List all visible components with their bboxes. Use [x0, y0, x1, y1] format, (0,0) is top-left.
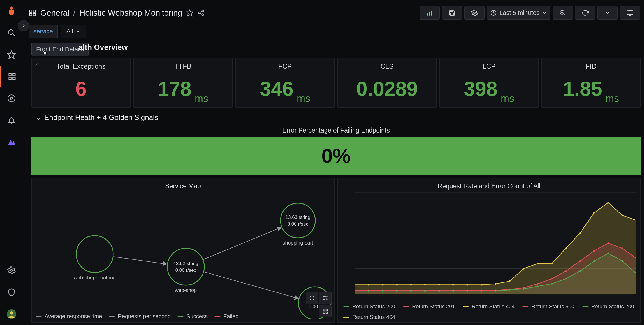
chart-legend-item[interactable]: Return Status 404 [463, 303, 515, 310]
svg-point-55 [323, 299, 324, 300]
gear-icon[interactable] [0, 259, 23, 281]
time-range-label: Last 5 minutes [499, 9, 539, 17]
k6-icon[interactable] [0, 131, 23, 153]
chart-legend-item[interactable]: Return Status 200 [582, 303, 634, 310]
refresh-button[interactable] [575, 6, 595, 20]
time-range-picker[interactable]: Last 5 minutes [487, 6, 550, 20]
legend-item[interactable]: Success [177, 313, 208, 320]
svg-line-33 [113, 257, 167, 264]
svg-point-122 [382, 290, 384, 292]
panel-link-icon[interactable]: ↗ [34, 61, 39, 68]
svg-point-42 [281, 203, 315, 238]
topbar: General / Holistic Webshop Monitoring + … [29, 5, 640, 21]
service-map-title: Service Map [32, 182, 334, 190]
svg-point-92 [551, 263, 553, 264]
svg-marker-2 [8, 51, 15, 59]
svg-point-83 [424, 284, 426, 286]
svg-point-36 [76, 236, 113, 273]
panel-error-percentage[interactable]: Error Percentage of Failing Endpoints 0% [31, 127, 641, 175]
svg-point-93 [565, 247, 567, 249]
stat-value: 178 [158, 79, 191, 99]
legend-item[interactable]: Failed [214, 313, 238, 320]
svg-rect-59 [323, 309, 325, 311]
breadcrumb-root[interactable]: General [40, 8, 69, 18]
dashboards-icon[interactable] [0, 66, 24, 87]
star-icon[interactable] [0, 44, 23, 66]
chart-legend-item[interactable]: Return Status 201 [403, 303, 455, 310]
stat-title: Total Exceptions [57, 62, 106, 70]
svg-point-125 [424, 290, 426, 292]
panel-service-map[interactable]: Service Map web-shop-frontend42.62 strin… [31, 178, 335, 323]
chart-legend-item[interactable]: Return Status 200 [343, 303, 395, 310]
svg-point-82 [410, 284, 412, 286]
svg-point-131 [509, 289, 510, 291]
stat-panel-fcp[interactable]: FCP346ms [235, 58, 335, 108]
svg-point-129 [481, 290, 482, 292]
sidebar-expand-button[interactable] [18, 20, 29, 31]
stat-panel-total-exceptions[interactable]: ↗Total Exceptions6 [31, 58, 131, 108]
bell-icon[interactable] [0, 109, 23, 131]
add-panel-button[interactable]: + [420, 6, 440, 20]
legend-item[interactable]: Average response time [36, 313, 102, 320]
svg-point-38 [167, 248, 204, 285]
svg-text:42.62 string: 42.62 string [173, 261, 198, 266]
stat-unit: ms [195, 93, 208, 105]
row-header-endpoint-health[interactable]: Endpoint Heath + 4 Golden Signals [35, 113, 158, 122]
avatar-icon[interactable] [0, 303, 23, 325]
svg-text:13.63 string: 13.63 string [286, 215, 311, 220]
variable-value-dropdown[interactable]: All [61, 25, 86, 38]
grafana-logo-icon[interactable] [0, 0, 23, 22]
svg-text:0.00 r/sec: 0.00 r/sec [175, 268, 196, 273]
svg-point-18 [202, 10, 204, 12]
svg-point-81 [396, 284, 398, 286]
refresh-interval-dropdown[interactable] [597, 6, 618, 20]
svg-marker-8 [10, 97, 13, 100]
stat-value: 6 [75, 79, 87, 99]
service-node-web-shop-frontend[interactable]: web-shop-frontend [73, 236, 116, 280]
stat-panel-ttfb[interactable]: TTFB178ms [133, 58, 233, 108]
share-icon[interactable] [197, 9, 205, 17]
svg-point-11 [10, 311, 13, 314]
svg-point-94 [579, 232, 581, 234]
stat-title: LCP [483, 62, 496, 70]
stat-panel-fid[interactable]: FID1.85ms [541, 58, 641, 108]
legend-item[interactable]: Requests per second [109, 313, 171, 320]
svg-rect-61 [323, 312, 325, 314]
svg-rect-15 [33, 13, 35, 16]
stat-panel-lcp[interactable]: LCP398ms [439, 58, 539, 108]
panel-request-rate-chart[interactable]: Request Rate and Error Count of All 00.5… [337, 178, 641, 323]
favorite-star-icon[interactable] [186, 9, 193, 17]
svg-point-85 [452, 284, 454, 286]
shield-icon[interactable] [0, 281, 23, 303]
variable-value-text: All [66, 28, 73, 35]
svg-rect-4 [13, 73, 15, 76]
svg-point-26 [474, 12, 475, 14]
svg-point-54 [326, 296, 327, 297]
stat-title: TTFB [175, 62, 191, 70]
compass-icon[interactable] [0, 87, 23, 109]
zoom-out-button[interactable] [553, 6, 573, 20]
service-node-shopping-cart[interactable]: 13.63 string0.00 r/secshopping-cart [281, 203, 315, 246]
breadcrumb-dash[interactable]: Holistic Webshop Monitoring [79, 8, 182, 18]
stat-panel-cls[interactable]: CLS0.0289 [337, 58, 437, 108]
svg-point-90 [523, 268, 525, 270]
save-button[interactable] [442, 6, 462, 20]
svg-point-128 [466, 290, 468, 292]
svg-text:web-shop-frontend: web-shop-frontend [73, 275, 116, 280]
svg-point-97 [622, 214, 623, 216]
svg-text:web-shop: web-shop [175, 287, 197, 293]
settings-button[interactable] [464, 6, 485, 20]
dashboards-glyph-icon[interactable] [29, 9, 36, 17]
zoom-in-map-button[interactable] [306, 292, 318, 304]
svg-point-124 [410, 290, 412, 292]
chart-legend-item[interactable]: Return Status 500 [522, 303, 574, 310]
chart-legend-item[interactable]: Return Status 404 [343, 314, 395, 320]
grid-map-button[interactable] [319, 305, 332, 317]
svg-point-17 [198, 12, 200, 14]
stat-title: FID [586, 62, 597, 70]
service-node-web-shop[interactable]: 42.62 string0.00 r/secweb-shop [167, 248, 204, 293]
stat-value: 346 [260, 79, 293, 99]
layout-map-button[interactable] [319, 292, 332, 304]
service-map-legend: Average response timeRequests per second… [36, 313, 238, 320]
kiosk-button[interactable] [620, 6, 640, 20]
